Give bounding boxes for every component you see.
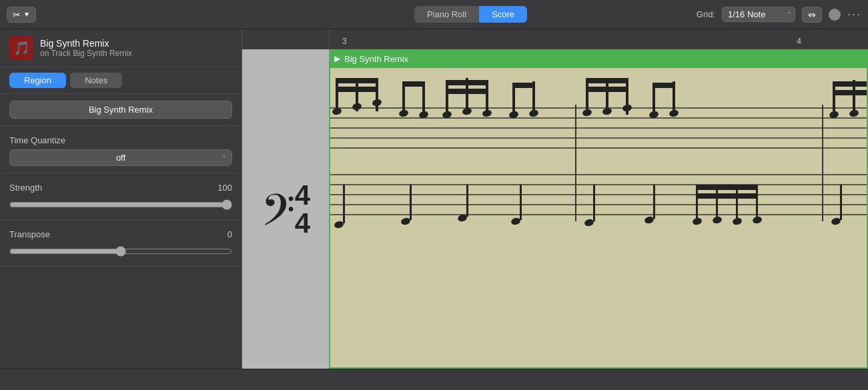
time-quantize-select-wrap: off 1/4 1/8 1/16 (9, 149, 232, 166)
strength-slider-wrap (9, 197, 232, 213)
time-sig-bottom: 4 (295, 209, 310, 237)
svg-rect-69 (696, 185, 758, 190)
staff-area: ▶ Big Synth Remix (329, 49, 868, 369)
score-content[interactable]: 𝄢 4 4 ▶ Big Synth Remix (242, 49, 868, 369)
svg-rect-24 (402, 81, 425, 87)
align-icon: ⇔ (808, 9, 816, 20)
left-panel: 🎵 Big Synth Remix on Track Big Synth Rem… (0, 29, 242, 369)
tab-notes[interactable]: Notes (70, 73, 122, 88)
time-sig-top: 4 (295, 181, 310, 209)
scissors-icon: ✂ (13, 9, 21, 20)
region-icon-symbol: 🎵 (13, 40, 30, 56)
transpose-slider-wrap (9, 243, 232, 259)
svg-rect-66 (716, 185, 718, 221)
region-play-icon: ▶ (334, 54, 340, 63)
tab-region[interactable]: Region (9, 73, 66, 88)
scissors-chevron: ▼ (23, 11, 30, 18)
transpose-section: Transpose 0 (0, 220, 242, 267)
region-bar: ▶ Big Synth Remix (329, 49, 868, 68)
svg-rect-31 (446, 89, 488, 94)
svg-rect-52 (586, 87, 628, 92)
score-tab[interactable]: Score (479, 6, 527, 23)
score-area: 3 4 𝄢 4 4 ▶ Big Synth Remix (242, 29, 868, 369)
time-signature: 4 4 (295, 181, 310, 237)
region-info-text: Big Synth Remix on Track Big Synth Remix (40, 38, 132, 58)
staff-svg (329, 68, 868, 369)
strength-value: 100 (218, 183, 232, 193)
bottom-bar (0, 369, 868, 390)
align-button[interactable]: ⇔ (802, 7, 822, 23)
time-quantize-label: Time Quantize (9, 135, 65, 145)
svg-rect-78 (833, 81, 868, 87)
svg-rect-64 (653, 185, 655, 219)
region-track-label: on Track Big Synth Remix (40, 49, 132, 58)
svg-rect-65 (696, 185, 698, 221)
bass-clef-symbol: 𝄢 (261, 189, 295, 243)
scissors-button[interactable]: ✂ ▼ (7, 7, 36, 23)
svg-rect-45 (466, 185, 468, 217)
svg-rect-30 (446, 80, 488, 85)
ruler-divider (329, 29, 330, 49)
svg-rect-51 (586, 78, 628, 83)
svg-rect-67 (736, 185, 738, 221)
time-quantize-section: Time Quantize off 1/4 1/8 1/16 (0, 126, 242, 173)
grid-select-wrap: 1/16 Note 1/8 Note 1/4 Note (722, 7, 795, 22)
ruler-mark-3: 3 (342, 37, 347, 46)
strength-section: Strength 100 (0, 173, 242, 220)
svg-rect-43 (410, 185, 412, 220)
svg-rect-23 (422, 83, 425, 115)
strength-label: Strength (9, 183, 42, 193)
toolbar-center: Piano Roll Score (334, 6, 608, 23)
grid-label: Grid: (697, 9, 715, 19)
ruler-mark-4: 4 (797, 37, 801, 46)
top-toolbar: ✂ ▼ Piano Roll Score Grid: 1/16 Note 1/8… (0, 0, 868, 29)
piano-roll-tab[interactable]: Piano Roll (414, 6, 479, 23)
toolbar-right: Grid: 1/16 Note 1/8 Note 1/4 Note ⇔ ··· (608, 7, 861, 23)
score-ruler: 3 4 (242, 29, 868, 49)
region-name-label: Big Synth Remix (40, 38, 132, 49)
svg-rect-41 (343, 185, 345, 223)
svg-rect-89 (840, 185, 842, 220)
svg-rect-62 (593, 185, 595, 221)
transpose-value: 0 (228, 229, 232, 239)
region-name-field-wrap (0, 94, 242, 126)
region-info: 🎵 Big Synth Remix on Track Big Synth Rem… (0, 29, 242, 67)
svg-rect-17 (336, 78, 378, 83)
time-quantize-select[interactable]: off 1/4 1/8 1/16 (9, 149, 232, 166)
svg-rect-18 (336, 87, 378, 92)
svg-rect-58 (653, 83, 675, 88)
svg-rect-70 (696, 193, 758, 199)
toolbar-dots: ··· (847, 7, 861, 21)
toolbar-circle (829, 9, 841, 21)
svg-rect-68 (756, 185, 758, 221)
svg-rect-79 (833, 90, 868, 95)
region-bar-label: Big Synth Remix (344, 54, 408, 64)
region-icon: 🎵 (9, 36, 33, 60)
grid-select[interactable]: 1/16 Note 1/8 Note 1/4 Note (722, 7, 795, 22)
toolbar-left: ✂ ▼ (7, 7, 334, 23)
strength-slider[interactable] (9, 199, 232, 210)
tab-bar: Region Notes (0, 67, 242, 94)
clef-area: 𝄢 4 4 (242, 49, 329, 369)
region-name-field[interactable] (9, 101, 232, 119)
main-area: 🎵 Big Synth Remix on Track Big Synth Rem… (0, 29, 868, 369)
transpose-label: Transpose (9, 229, 50, 239)
svg-rect-47 (520, 185, 522, 220)
svg-rect-37 (512, 83, 535, 88)
transpose-slider[interactable] (9, 246, 232, 257)
